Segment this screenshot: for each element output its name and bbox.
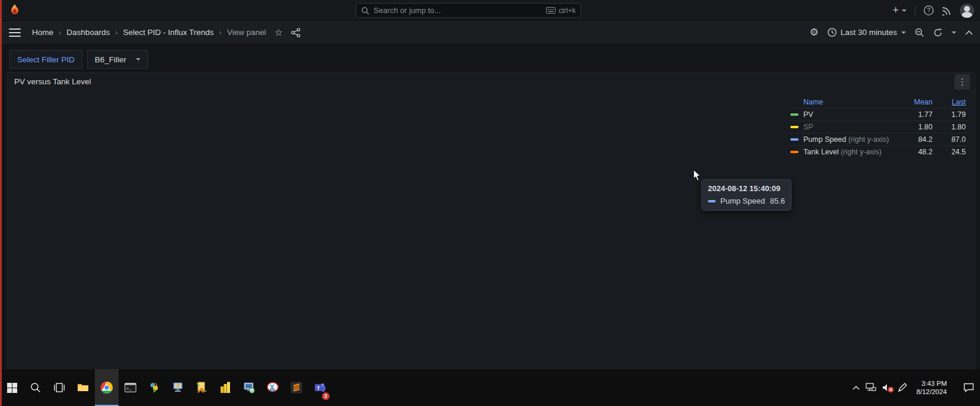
chevron-down-icon xyxy=(136,58,141,61)
keyboard-icon xyxy=(546,7,556,14)
tank-level-series-swatch xyxy=(790,151,799,153)
breadcrumb-separator: › xyxy=(59,28,61,37)
legend-col-last[interactable]: Last xyxy=(933,98,966,106)
remote-desktop-button[interactable] xyxy=(166,369,190,406)
vm-viewer-icon: % xyxy=(243,382,255,394)
panel-menu-button[interactable]: ⋮ xyxy=(955,74,970,90)
legend-col-mean[interactable]: Mean xyxy=(897,98,933,106)
legend-header: Name Mean Last xyxy=(790,96,968,108)
grafana-logo[interactable] xyxy=(7,2,23,18)
command-prompt-icon: >_ xyxy=(125,383,136,392)
select-filler-pid-link[interactable]: Select Filler PID xyxy=(9,50,82,69)
legend-row-sp[interactable]: SP 1.80 1.80 xyxy=(790,120,968,133)
chrome-icon xyxy=(100,381,113,394)
breadcrumb-separator: › xyxy=(115,28,117,37)
user-avatar[interactable] xyxy=(960,4,974,18)
search-input[interactable]: Search or jump to... ctrl+k xyxy=(356,3,581,18)
taskbar-clock[interactable]: 3:43 PM 8/12/2024 xyxy=(917,379,947,396)
start-button[interactable] xyxy=(0,369,24,406)
menu-toggle-button[interactable] xyxy=(9,28,21,37)
filler-pid-dropdown[interactable]: B6_Filler xyxy=(87,50,148,69)
dashboard-settings-button[interactable]: ⚙ xyxy=(809,26,818,39)
time-range-label: Last 30 minutes xyxy=(841,28,897,37)
news-button[interactable] xyxy=(942,6,952,15)
chrome-button[interactable] xyxy=(95,369,119,406)
windows-ink-pen-icon[interactable] xyxy=(898,383,907,392)
chart-plot-area[interactable] xyxy=(28,95,768,368)
divider xyxy=(915,5,915,16)
action-center-icon[interactable] xyxy=(963,383,974,392)
dashboard-variables: Select Filler PID B6_Filler xyxy=(9,50,148,69)
teams-notification-badge: 2 xyxy=(322,392,330,400)
breadcrumb: Home › Dashboards › Select PID - Influx … xyxy=(32,28,266,37)
top-nav-bar: Search or jump to... ctrl+k + ? xyxy=(0,0,980,21)
tooltip-value: 85.6 xyxy=(770,196,785,205)
search-shortcut: ctrl+k xyxy=(546,7,576,15)
breadcrumb-dashboards[interactable]: Dashboards xyxy=(66,28,110,37)
breadcrumb-home[interactable]: Home xyxy=(32,28,53,37)
file-explorer-button[interactable] xyxy=(71,369,95,406)
add-new-button[interactable]: + xyxy=(892,4,906,17)
windows-logo-icon xyxy=(7,383,17,393)
breadcrumb-view-panel: View panel xyxy=(227,28,266,37)
system-tray: 3:43 PM 8/12/2024 xyxy=(853,369,980,406)
vm-viewer-button[interactable]: % xyxy=(237,369,261,406)
legend-row-tank-level[interactable]: Tank Level (right y-axis) 48.2 24.5 xyxy=(790,145,968,158)
zoom-out-icon xyxy=(915,28,924,37)
refresh-button[interactable] xyxy=(933,28,943,37)
teams-button[interactable]: T 2 xyxy=(308,369,332,406)
network-icon[interactable] xyxy=(866,383,876,392)
sublime-text-button[interactable] xyxy=(285,369,308,406)
sp-series-swatch xyxy=(790,126,799,128)
search-icon xyxy=(30,382,41,393)
snipping-tool-button[interactable] xyxy=(261,369,285,406)
help-button[interactable]: ? xyxy=(924,5,934,15)
topbar-actions: + ? xyxy=(892,0,974,21)
teams-icon: T xyxy=(314,382,326,394)
chevron-down-icon xyxy=(901,31,906,34)
search-placeholder: Search or jump to... xyxy=(374,6,546,15)
tooltip-timestamp: 2024-08-12 15:40:09 xyxy=(708,184,785,193)
config-tool-icon xyxy=(196,382,208,394)
winscp-icon xyxy=(148,382,160,394)
grafana-flame-icon xyxy=(8,3,22,17)
command-prompt-button[interactable]: >_ xyxy=(119,369,142,406)
task-view-icon xyxy=(54,383,65,392)
search-icon xyxy=(361,7,369,15)
legend-row-pump-speed[interactable]: Pump Speed (right y-axis) 84.2 87.0 xyxy=(790,133,968,145)
snipping-tool-icon xyxy=(267,382,279,394)
pump-speed-series-swatch xyxy=(708,200,716,202)
legend-table: Name Mean Last PV 1.77 1.79 SP 1.80 1.80… xyxy=(790,96,968,158)
power-bi-button[interactable] xyxy=(213,369,237,406)
hidden-icons-chevron[interactable] xyxy=(853,385,860,390)
svg-text:>_: >_ xyxy=(126,386,132,391)
breadcrumb-dashboard-name[interactable]: Select PID - Influx Trends xyxy=(123,28,214,37)
share-icon xyxy=(291,28,301,37)
svg-text:%: % xyxy=(250,389,254,393)
sublime-text-icon xyxy=(291,382,302,394)
refresh-interval-dropdown[interactable] xyxy=(952,31,956,34)
taskbar-search-button[interactable] xyxy=(24,369,47,406)
share-button[interactable] xyxy=(291,28,301,37)
pv-series-swatch xyxy=(790,113,799,116)
power-bi-icon xyxy=(220,382,231,394)
mouse-cursor xyxy=(693,170,701,182)
rss-icon xyxy=(942,6,952,15)
winscp-button[interactable] xyxy=(142,369,166,406)
volume-muted-icon[interactable] xyxy=(882,383,892,392)
refresh-icon xyxy=(933,28,943,37)
config-tool-button[interactable] xyxy=(190,369,213,406)
tooltip-series-name: Pump Speed xyxy=(720,196,770,205)
legend-row-pv[interactable]: PV 1.77 1.79 xyxy=(790,108,968,120)
time-range-picker[interactable]: Last 30 minutes xyxy=(828,28,906,37)
clock-date: 8/12/2024 xyxy=(917,388,947,396)
favorite-star-button[interactable]: ☆ xyxy=(274,27,283,38)
svg-text:?: ? xyxy=(927,7,931,14)
chevron-down-icon xyxy=(902,9,906,12)
pump-speed-series-swatch xyxy=(790,138,799,141)
collapse-chevron-up-icon[interactable] xyxy=(965,30,973,35)
dashboard-toolbar: Home › Dashboards › Select PID - Influx … xyxy=(0,21,980,45)
legend-col-name[interactable]: Name xyxy=(803,98,897,106)
task-view-button[interactable] xyxy=(47,369,71,406)
zoom-out-button[interactable] xyxy=(915,28,924,37)
